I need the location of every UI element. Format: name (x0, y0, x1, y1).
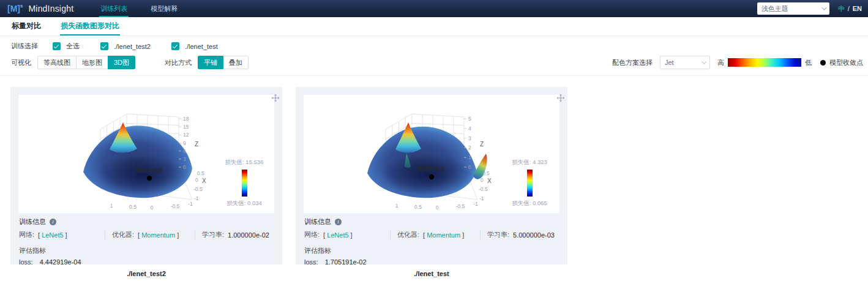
topographic-map-button[interactable]: 地形图 (76, 56, 108, 69)
learning-rate-value: 1.000000e-02 (228, 231, 269, 239)
svg-text:12: 12 (183, 132, 189, 138)
train-select-label: 训练选择 (11, 42, 38, 51)
tile-button[interactable]: 平铺 (198, 56, 223, 69)
jet-gradient-bar (728, 58, 801, 67)
checkbox-label: ./lenet_test2 (114, 43, 151, 50)
checkbox-select-all[interactable]: 全选 (53, 42, 80, 51)
nav-item-model-explanation[interactable]: 模型解释 (149, 0, 179, 17)
loss-field: loss: 4.442919e-04 (19, 258, 274, 266)
theme-select-value: 浅色主题 (761, 4, 788, 13)
x-ticks: 10.50-0.5-1 (110, 201, 193, 211)
optimizer-value: Momentum (425, 231, 462, 239)
info-icon[interactable]: i (335, 219, 342, 225)
tab-scalar-comparison[interactable]: 标量对比 (11, 17, 42, 36)
theme-select[interactable]: 浅色主题 (757, 2, 829, 15)
x-axis-label: X (487, 178, 492, 184)
header-nav: 训练列表 模型解释 (99, 0, 200, 17)
svg-text:15: 15 (183, 124, 189, 130)
svg-text:-0.5: -0.5 (456, 203, 465, 209)
visualization-label: 可视化 (11, 58, 31, 67)
svg-text:0: 0 (183, 164, 186, 170)
convergence-point-dot (147, 176, 152, 181)
chevron-down-icon (821, 5, 826, 10)
colorbar-min: 损失值: 0.065 (512, 200, 547, 208)
colorbar-min: 损失值: 0.034 (226, 200, 262, 208)
header-right: 浅色主题 中 / EN (757, 2, 862, 15)
svg-text:1: 1 (468, 154, 471, 160)
svg-text:-1: -1 (473, 201, 478, 207)
svg-text:9: 9 (183, 140, 186, 146)
checkbox-lenet-test[interactable]: ./lenet_test (171, 42, 218, 50)
svg-text:-1: -1 (188, 201, 193, 207)
svg-text:0.5: 0.5 (129, 204, 137, 210)
svg-text:-0.5: -0.5 (479, 186, 488, 192)
mindinsight-page: [M]s MindInsight 训练列表 模型解释 浅色主题 中 / EN 标… (0, 0, 868, 281)
basin-shadow (381, 154, 474, 195)
svg-text:6: 6 (183, 148, 186, 154)
convergence-point-dot (429, 174, 434, 179)
tab-bar: 标量对比 损失函数图形对比 (0, 17, 868, 36)
convergence-point-label: 模型收敛点 (135, 167, 163, 173)
training-info: 训练信息 i 网络: [LeNet5] 优化器: [Momentum] (19, 217, 274, 266)
svg-text:1: 1 (110, 203, 113, 209)
nav-item-train-list[interactable]: 训练列表 (99, 0, 129, 17)
optimizer-value: Momentum (140, 231, 177, 239)
chevron-down-icon (702, 59, 706, 64)
visualization-row: 可视化 等高线图 地形图 3D图 对比方式 平铺 叠加 配色方案选择 Jet 高… (11, 56, 864, 69)
checkbox-checked-icon[interactable] (171, 42, 179, 50)
compare-mode-label: 对比方式 (165, 58, 192, 67)
charts-area: 1815129630 10.50-0.5-1 0.50-0.5-1 Z X 模型… (0, 76, 868, 277)
svg-text:0: 0 (195, 177, 198, 183)
contour-map-button[interactable]: 等高线图 (37, 56, 77, 69)
metrics-title: 评估指标 (304, 246, 559, 255)
controls-section: 训练选择 全选 ./lenet_test2 ./lenet_test 可视化 等… (0, 36, 868, 69)
colorbar-gradient (242, 170, 247, 197)
surface-plot-panel[interactable]: 1815129630 10.50-0.5-1 0.50-0.5-1 Z X 模型… (18, 95, 274, 213)
surface-plot-panel[interactable]: 543210 10.50-0.5-1 0.50-0.5-1 Z X 模型收敛点 … (304, 95, 559, 213)
convergence-point-label: 模型收敛点 (417, 166, 446, 172)
chart-column-lenet-test: 543210 10.50-0.5-1 0.50-0.5-1 Z X 模型收敛点 … (296, 87, 567, 277)
svg-text:0.5: 0.5 (414, 204, 422, 210)
svg-text:-0.5: -0.5 (171, 203, 180, 209)
network-field: 网络: [LeNet5] (19, 230, 105, 239)
checkbox-lenet-test2[interactable]: ./lenet_test2 (100, 42, 151, 50)
lang-en[interactable]: EN (853, 5, 862, 12)
svg-text:0.5: 0.5 (482, 170, 490, 176)
overlay-button[interactable]: 叠加 (223, 56, 249, 69)
colormap-label: 配色方案选择 (612, 58, 653, 67)
chart-caption: ./lenet_test (296, 270, 567, 277)
svg-text:4: 4 (468, 126, 471, 132)
colormap-select[interactable]: Jet (660, 56, 710, 69)
chart-card: 543210 10.50-0.5-1 0.50-0.5-1 Z X 模型收敛点 … (296, 87, 567, 264)
high-label: 高 (717, 58, 724, 67)
convergence-dot-icon (820, 60, 826, 66)
chart-card: 1815129630 10.50-0.5-1 0.50-0.5-1 Z X 模型… (10, 87, 282, 264)
basin-shadow (97, 155, 190, 195)
info-icon[interactable]: i (50, 219, 56, 225)
svg-text:0: 0 (151, 204, 154, 211)
app-logo[interactable]: [M]s (7, 4, 23, 13)
move-icon[interactable] (556, 94, 565, 102)
tab-loss-function-comparison[interactable]: 损失函数图形对比 (60, 17, 120, 36)
z-axis-label: Z (195, 141, 198, 148)
network-field: 网络: [LeNet5] (304, 230, 390, 239)
training-info-title: 训练信息 (304, 217, 331, 227)
z-axis-label: Z (480, 141, 484, 148)
checkbox-checked-icon[interactable] (100, 42, 108, 50)
loss-field: loss: 1.705191e-02 (304, 258, 559, 266)
3d-map-button[interactable]: 3D图 (108, 56, 135, 69)
svg-text:-1: -1 (479, 195, 484, 201)
checkbox-checked-icon[interactable] (53, 42, 61, 50)
move-icon[interactable] (271, 94, 280, 102)
convergence-legend-label: 模型收敛点 (829, 58, 863, 67)
svg-text:3: 3 (468, 135, 471, 141)
lang-zh[interactable]: 中 (838, 4, 845, 13)
colorbar-max: 损失值: 4.323 (512, 159, 547, 167)
logo-brackets: [M] (7, 4, 20, 13)
colormap-cluster: 配色方案选择 Jet 高 低 模型收敛点 (612, 56, 864, 69)
train-select-row: 训练选择 全选 ./lenet_test2 ./lenet_test (11, 42, 864, 51)
svg-text:0: 0 (436, 204, 439, 211)
colormap-select-value: Jet (665, 59, 674, 66)
learning-rate-field: 学习率: 1.000000e-02 (195, 230, 274, 239)
colorbar-max: 损失值: 15.536 (225, 159, 264, 167)
